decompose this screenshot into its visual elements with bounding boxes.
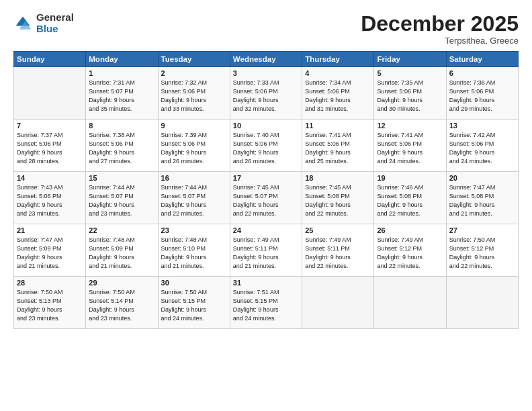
calendar-week-row: 21Sunrise: 7:47 AM Sunset: 5:09 PM Dayli… (14, 224, 519, 277)
calendar-cell: 27Sunrise: 7:50 AM Sunset: 5:12 PM Dayli… (446, 224, 518, 277)
day-number: 11 (305, 122, 371, 130)
calendar-cell: 5Sunrise: 7:35 AM Sunset: 5:06 PM Daylig… (374, 67, 446, 120)
weekday-header: Saturday (446, 52, 518, 67)
day-number: 7 (17, 122, 83, 130)
calendar-cell: 9Sunrise: 7:39 AM Sunset: 5:06 PM Daylig… (158, 120, 230, 172)
day-info: Sunrise: 7:48 AM Sunset: 5:10 PM Dayligh… (161, 236, 227, 271)
day-number: 31 (233, 279, 299, 287)
calendar-week-row: 28Sunrise: 7:50 AM Sunset: 5:13 PM Dayli… (14, 277, 519, 329)
calendar-cell: 28Sunrise: 7:50 AM Sunset: 5:13 PM Dayli… (14, 277, 86, 329)
day-info: Sunrise: 7:40 AM Sunset: 5:06 PM Dayligh… (233, 131, 299, 166)
weekday-header: Sunday (14, 52, 86, 67)
day-number: 6 (449, 69, 515, 77)
day-number: 5 (377, 69, 443, 77)
day-number: 26 (377, 226, 443, 234)
day-info: Sunrise: 7:31 AM Sunset: 5:07 PM Dayligh… (89, 79, 154, 113)
calendar-cell: 20Sunrise: 7:47 AM Sunset: 5:08 PM Dayli… (446, 172, 518, 224)
day-number: 14 (17, 174, 83, 182)
location-subtitle: Terpsithea, Greece (361, 36, 519, 46)
day-info: Sunrise: 7:42 AM Sunset: 5:06 PM Dayligh… (449, 131, 515, 166)
day-info: Sunrise: 7:47 AM Sunset: 5:09 PM Dayligh… (17, 236, 83, 271)
calendar-cell (446, 277, 518, 329)
day-info: Sunrise: 7:50 AM Sunset: 5:15 PM Dayligh… (161, 288, 227, 323)
calendar-cell: 24Sunrise: 7:49 AM Sunset: 5:11 PM Dayli… (230, 224, 302, 277)
calendar-cell: 16Sunrise: 7:44 AM Sunset: 5:07 PM Dayli… (158, 172, 230, 224)
calendar-body: 1Sunrise: 7:31 AM Sunset: 5:07 PM Daylig… (14, 67, 519, 329)
calendar-cell: 18Sunrise: 7:45 AM Sunset: 5:08 PM Dayli… (302, 172, 374, 224)
day-info: Sunrise: 7:48 AM Sunset: 5:09 PM Dayligh… (89, 236, 154, 271)
calendar-cell: 25Sunrise: 7:49 AM Sunset: 5:11 PM Dayli… (302, 224, 374, 277)
day-info: Sunrise: 7:41 AM Sunset: 5:06 PM Dayligh… (377, 131, 443, 166)
day-info: Sunrise: 7:41 AM Sunset: 5:06 PM Dayligh… (305, 131, 371, 166)
weekday-header: Monday (86, 52, 158, 67)
day-number: 12 (377, 122, 443, 130)
day-number: 30 (161, 279, 227, 287)
day-number: 17 (233, 174, 299, 182)
calendar-cell: 7Sunrise: 7:37 AM Sunset: 5:06 PM Daylig… (14, 120, 86, 172)
calendar-week-row: 14Sunrise: 7:43 AM Sunset: 5:06 PM Dayli… (14, 172, 519, 224)
calendar-cell: 3Sunrise: 7:33 AM Sunset: 5:06 PM Daylig… (230, 67, 302, 120)
calendar-header: SundayMondayTuesdayWednesdayThursdayFrid… (14, 52, 519, 67)
day-number: 24 (233, 226, 299, 234)
day-info: Sunrise: 7:43 AM Sunset: 5:06 PM Dayligh… (17, 183, 83, 218)
day-number: 25 (305, 226, 371, 234)
day-number: 21 (17, 226, 83, 234)
day-number: 15 (89, 174, 154, 182)
calendar-week-row: 1Sunrise: 7:31 AM Sunset: 5:07 PM Daylig… (14, 67, 519, 120)
calendar-cell: 23Sunrise: 7:48 AM Sunset: 5:10 PM Dayli… (158, 224, 230, 277)
calendar-cell: 31Sunrise: 7:51 AM Sunset: 5:15 PM Dayli… (230, 277, 302, 329)
title-block: December 2025 Terpsithea, Greece (361, 12, 519, 46)
weekday-header: Thursday (302, 52, 374, 67)
day-number: 28 (17, 279, 83, 287)
day-info: Sunrise: 7:49 AM Sunset: 5:11 PM Dayligh… (305, 236, 371, 271)
day-number: 29 (89, 279, 154, 287)
calendar-cell: 17Sunrise: 7:45 AM Sunset: 5:07 PM Dayli… (230, 172, 302, 224)
day-info: Sunrise: 7:35 AM Sunset: 5:06 PM Dayligh… (377, 79, 443, 113)
calendar-cell: 8Sunrise: 7:38 AM Sunset: 5:06 PM Daylig… (86, 120, 158, 172)
day-info: Sunrise: 7:34 AM Sunset: 5:06 PM Dayligh… (305, 79, 371, 113)
header: General Blue December 2025 Terpsithea, G… (13, 12, 519, 46)
day-info: Sunrise: 7:49 AM Sunset: 5:11 PM Dayligh… (233, 236, 299, 271)
day-number: 4 (305, 69, 371, 77)
calendar-cell: 14Sunrise: 7:43 AM Sunset: 5:06 PM Dayli… (14, 172, 86, 224)
day-number: 27 (449, 226, 515, 234)
day-info: Sunrise: 7:46 AM Sunset: 5:08 PM Dayligh… (377, 183, 443, 218)
day-number: 22 (89, 226, 154, 234)
calendar-cell: 15Sunrise: 7:44 AM Sunset: 5:07 PM Dayli… (86, 172, 158, 224)
calendar-cell: 6Sunrise: 7:36 AM Sunset: 5:06 PM Daylig… (446, 67, 518, 120)
day-info: Sunrise: 7:50 AM Sunset: 5:13 PM Dayligh… (17, 288, 83, 323)
day-number: 18 (305, 174, 371, 182)
calendar-cell (374, 277, 446, 329)
calendar-cell: 30Sunrise: 7:50 AM Sunset: 5:15 PM Dayli… (158, 277, 230, 329)
day-number: 10 (233, 122, 299, 130)
calendar-cell: 1Sunrise: 7:31 AM Sunset: 5:07 PM Daylig… (86, 67, 158, 120)
calendar-cell: 21Sunrise: 7:47 AM Sunset: 5:09 PM Dayli… (14, 224, 86, 277)
weekday-header: Friday (374, 52, 446, 67)
day-info: Sunrise: 7:50 AM Sunset: 5:12 PM Dayligh… (449, 236, 515, 271)
day-info: Sunrise: 7:45 AM Sunset: 5:07 PM Dayligh… (233, 183, 299, 218)
day-info: Sunrise: 7:51 AM Sunset: 5:15 PM Dayligh… (233, 288, 299, 323)
day-info: Sunrise: 7:38 AM Sunset: 5:06 PM Dayligh… (89, 131, 154, 166)
calendar-cell: 26Sunrise: 7:49 AM Sunset: 5:12 PM Dayli… (374, 224, 446, 277)
day-number: 19 (377, 174, 443, 182)
day-info: Sunrise: 7:32 AM Sunset: 5:06 PM Dayligh… (161, 79, 227, 113)
day-number: 2 (161, 69, 227, 77)
day-info: Sunrise: 7:45 AM Sunset: 5:08 PM Dayligh… (305, 183, 371, 218)
day-info: Sunrise: 7:37 AM Sunset: 5:06 PM Dayligh… (17, 131, 83, 166)
day-number: 20 (449, 174, 515, 182)
calendar-cell: 11Sunrise: 7:41 AM Sunset: 5:06 PM Dayli… (302, 120, 374, 172)
calendar-table: SundayMondayTuesdayWednesdayThursdayFrid… (13, 51, 519, 329)
day-number: 3 (233, 69, 299, 77)
calendar-cell: 22Sunrise: 7:48 AM Sunset: 5:09 PM Dayli… (86, 224, 158, 277)
day-info: Sunrise: 7:49 AM Sunset: 5:12 PM Dayligh… (377, 236, 443, 271)
day-number: 1 (89, 69, 154, 77)
calendar-cell: 13Sunrise: 7:42 AM Sunset: 5:06 PM Dayli… (446, 120, 518, 172)
day-number: 8 (89, 122, 154, 130)
calendar-cell: 2Sunrise: 7:32 AM Sunset: 5:06 PM Daylig… (158, 67, 230, 120)
page: General Blue December 2025 Terpsithea, G… (0, 0, 532, 411)
day-info: Sunrise: 7:39 AM Sunset: 5:06 PM Dayligh… (161, 131, 227, 166)
calendar-cell: 12Sunrise: 7:41 AM Sunset: 5:06 PM Dayli… (374, 120, 446, 172)
weekday-row: SundayMondayTuesdayWednesdayThursdayFrid… (14, 52, 519, 67)
day-info: Sunrise: 7:36 AM Sunset: 5:06 PM Dayligh… (449, 79, 515, 113)
day-number: 16 (161, 174, 227, 182)
